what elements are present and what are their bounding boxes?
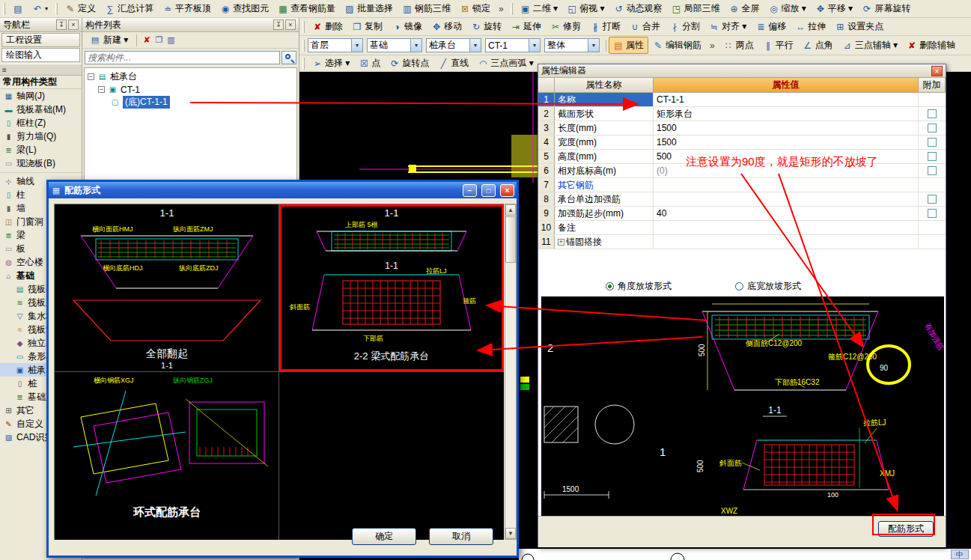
property-editor-titlebar[interactable]: 属性编辑器 × bbox=[538, 64, 946, 78]
property-row[interactable]: 9 + 加强筋起步(mm) 40 bbox=[538, 207, 946, 221]
radio-angle-slope[interactable] bbox=[606, 282, 614, 290]
toolbar-button[interactable]: ✘删除 bbox=[308, 18, 347, 35]
toolbar-button[interactable]: ⟳旋转点 bbox=[385, 55, 433, 72]
pin-icon[interactable]: ↧ bbox=[273, 19, 284, 30]
property-value[interactable]: (0) bbox=[654, 164, 919, 177]
property-row[interactable]: 6 + 相对底标高(m) (0) bbox=[538, 164, 946, 178]
toolbar-button[interactable]: ✘删除辅轴 bbox=[902, 37, 960, 54]
property-row[interactable]: 7 + 其它钢筋 bbox=[538, 178, 946, 192]
toolbar-button[interactable]: ∤分割 bbox=[665, 18, 704, 35]
cancel-button[interactable]: 取消 bbox=[429, 528, 493, 545]
collapse-icon[interactable]: − bbox=[98, 86, 105, 93]
toolbar-button[interactable]: ∑汇总计算 bbox=[100, 0, 158, 17]
toolbar-button[interactable]: ∥平行 bbox=[758, 37, 798, 54]
property-value[interactable] bbox=[654, 235, 919, 249]
nav-shortcut-item[interactable]: ▯框柱(Z) bbox=[0, 116, 82, 130]
toolbar-button[interactable]: ⊕全屏 bbox=[724, 0, 764, 17]
property-row[interactable]: 8 + 承台单边加强筋 bbox=[538, 192, 946, 207]
close-icon[interactable]: × bbox=[285, 19, 296, 30]
tree-item-root[interactable]: − ▤ 桩承台 bbox=[85, 70, 296, 83]
toolbar-button[interactable]: ⊠锁定 bbox=[455, 0, 495, 17]
undo-button[interactable]: ↶▾ bbox=[28, 2, 52, 16]
nav-shortcut-item[interactable]: ▭现浇板(B) bbox=[0, 156, 82, 170]
attach-checkbox[interactable] bbox=[928, 152, 937, 161]
toolbar-button[interactable]: ↺动态观察 bbox=[609, 0, 666, 17]
toolbar-grip[interactable] bbox=[55, 3, 58, 15]
toolbar-overflow-button[interactable]: » bbox=[495, 4, 508, 14]
toolbar-grip[interactable] bbox=[3, 3, 5, 15]
context-dropdown[interactable]: 桩承台▾ bbox=[426, 38, 481, 52]
menu-icon[interactable]: ≡ bbox=[2, 66, 7, 74]
close-icon[interactable]: × bbox=[500, 184, 514, 197]
scrollbar[interactable]: ▲ ▼ bbox=[505, 204, 517, 540]
toolbar-button[interactable]: ≐平齐板顶 bbox=[158, 0, 216, 17]
toolbar-button[interactable]: ✎定义 bbox=[61, 0, 100, 17]
toolbar-button[interactable]: ◠三点画弧 ▾ bbox=[473, 55, 538, 72]
radio-width-slope[interactable] bbox=[735, 282, 743, 290]
toolbar-button[interactable]: ↔拉伸 bbox=[791, 18, 830, 35]
context-dropdown[interactable]: 基础▾ bbox=[367, 38, 422, 52]
search-button[interactable] bbox=[281, 51, 296, 64]
nav-shortcut-item[interactable]: ▦轴网(J) bbox=[0, 89, 82, 103]
toolbar-button[interactable]: ▦查看钢筋量 bbox=[273, 0, 340, 17]
toolbar-button[interactable]: ▤属性 bbox=[609, 37, 648, 54]
attach-checkbox[interactable] bbox=[928, 209, 937, 218]
chevron-down-icon[interactable]: ▾ bbox=[410, 39, 421, 52]
toolbar-button[interactable]: ✎编辑钢筋 bbox=[648, 37, 706, 54]
context-dropdown[interactable]: 首层▾ bbox=[308, 38, 363, 52]
toolbar-button[interactable]: ∷两点 bbox=[719, 37, 758, 54]
toolbar-button[interactable]: ◑镜像 bbox=[387, 18, 427, 35]
chevron-down-icon[interactable]: ▾ bbox=[588, 39, 599, 52]
toolbar-button[interactable]: ╱直线 bbox=[433, 55, 473, 72]
toolbar-button[interactable]: ◱俯视 ▾ bbox=[562, 0, 609, 17]
toolbar-button[interactable]: ∠点角 bbox=[798, 37, 838, 54]
ok-button[interactable]: 确定 bbox=[352, 528, 416, 545]
rebar-style-option-full-flip[interactable]: 1-1 横向面筋HMJ 纵向面筋ZMJ 横向底筋HDJ 纵向底筋ZDJ 全部翻起… bbox=[55, 204, 279, 372]
tree-item-group[interactable]: − ▣ CT-1 bbox=[85, 83, 296, 96]
rebar-form-button[interactable]: 配筋形式 bbox=[878, 521, 934, 537]
component-tool-icon[interactable]: ▥ bbox=[165, 35, 177, 45]
property-row[interactable]: 5 + 高度(mm) 500 bbox=[538, 150, 946, 164]
property-value[interactable] bbox=[654, 221, 919, 234]
toolbar-button[interactable]: ⟳屏幕旋转 bbox=[857, 0, 915, 17]
toolbar-button[interactable]: ▧批量选择 bbox=[340, 0, 398, 17]
toolbar-button[interactable]: ∦打断 bbox=[585, 18, 625, 35]
nav-mode-button[interactable]: 工程设置 bbox=[1, 33, 80, 47]
toolbar-button[interactable]: ✥移动 bbox=[427, 18, 466, 35]
scrollbar-thumb[interactable] bbox=[505, 216, 516, 263]
property-value[interactable]: 500 bbox=[654, 150, 919, 163]
expand-icon[interactable]: + bbox=[558, 239, 564, 246]
toolbar-button[interactable]: ◉查找图元 bbox=[216, 0, 273, 17]
tree-item-leaf[interactable]: ▢ (底)CT-1-1 bbox=[85, 96, 296, 109]
toolbar-button[interactable]: ◳局部三维 bbox=[666, 0, 724, 17]
property-value[interactable] bbox=[654, 192, 919, 206]
property-value[interactable]: 40 bbox=[654, 207, 919, 220]
property-row[interactable]: 3 + 长度(mm) 1500 bbox=[538, 121, 946, 136]
toolbar-button[interactable]: ❐复制 bbox=[347, 18, 387, 35]
toolbar-button[interactable]: ⊿三点辅轴 ▾ bbox=[838, 37, 902, 54]
scroll-up-icon[interactable]: ▲ bbox=[505, 204, 516, 216]
maximize-icon[interactable]: □ bbox=[481, 184, 496, 197]
toolbar-button[interactable]: ☒点 bbox=[354, 55, 385, 72]
attach-checkbox[interactable] bbox=[928, 109, 937, 118]
toolbar-button[interactable]: ✥平移 ▾ bbox=[811, 0, 857, 17]
toolbar-grip[interactable] bbox=[302, 21, 305, 33]
toolbar-button[interactable]: ↻旋转 bbox=[466, 18, 506, 35]
minimize-icon[interactable]: − bbox=[463, 184, 477, 197]
chevron-down-icon[interactable]: ▾ bbox=[469, 39, 481, 52]
save-button[interactable]: ▤ bbox=[8, 2, 28, 16]
toolbar-button[interactable]: ▣二维 ▾ bbox=[516, 0, 562, 17]
component-search-input[interactable] bbox=[85, 51, 280, 64]
property-row[interactable]: 11 + 锚固搭接 bbox=[538, 235, 946, 249]
toolbar-button[interactable]: ⊞设置夹点 bbox=[830, 18, 888, 35]
attach-checkbox[interactable] bbox=[928, 124, 937, 133]
chevron-down-icon[interactable]: ▾ bbox=[351, 39, 362, 52]
component-tool-icon[interactable]: ❐ bbox=[153, 35, 165, 45]
ime-indicator[interactable]: 中 bbox=[951, 550, 969, 559]
context-dropdown[interactable]: CT-1▾ bbox=[485, 38, 541, 52]
new-component-button[interactable]: ▤ 新建 ▾ bbox=[85, 32, 133, 48]
toolbar-button[interactable]: ⇥延伸 bbox=[506, 18, 546, 35]
toolbar-grip[interactable] bbox=[511, 3, 513, 15]
toolbar-button[interactable]: ➢选择 ▾ bbox=[308, 55, 354, 72]
toolbar-button[interactable]: ≣偏移 bbox=[751, 18, 791, 35]
